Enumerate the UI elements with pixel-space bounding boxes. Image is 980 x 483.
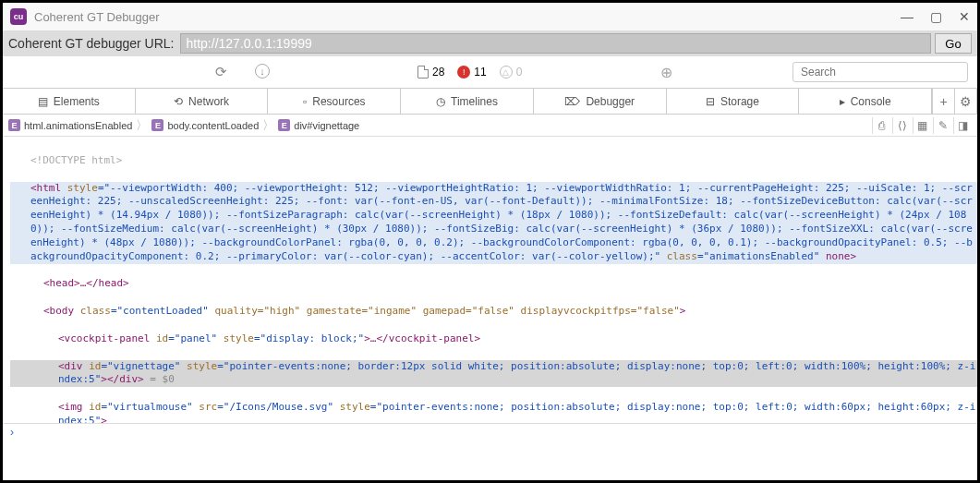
- element-badge-icon: E: [151, 119, 163, 131]
- console-prompt[interactable]: ›: [3, 423, 977, 441]
- element-badge-icon: E: [278, 119, 290, 131]
- error-icon: !: [457, 66, 470, 78]
- timelines-icon: ◷: [436, 95, 445, 108]
- grid-icon[interactable]: ▦: [913, 117, 931, 134]
- panel-tabs: ▤Elements ⟲Network ▫Resources ◷Timelines…: [3, 89, 977, 115]
- tab-console[interactable]: ▸Console: [799, 89, 932, 114]
- tab-resources[interactable]: ▫Resources: [268, 89, 401, 114]
- settings-icon[interactable]: ⚙: [955, 89, 977, 114]
- warn-count[interactable]: △0: [500, 66, 523, 78]
- dom-node-selected[interactable]: <div id="vignettage" style="pointer-even…: [10, 360, 977, 388]
- network-icon: ⟲: [174, 95, 183, 108]
- dom-tree[interactable]: <!DOCTYPE html> <html style="--viewportW…: [3, 137, 977, 423]
- url-input[interactable]: [180, 33, 931, 54]
- dom-node[interactable]: <head>…</head>: [10, 277, 977, 291]
- breadcrumb: Ehtml.animationsEnabled 〉 Ebody.contentL…: [3, 115, 977, 137]
- minimize-icon[interactable]: —: [901, 9, 913, 24]
- breadcrumb-item[interactable]: Ebody.contentLoaded: [151, 119, 259, 131]
- elements-icon: ▤: [38, 95, 48, 108]
- url-label: Coherent GT debugger URL:: [8, 36, 175, 51]
- dom-node[interactable]: <vcockpit-panel id="panel" style="displa…: [10, 332, 977, 346]
- go-button[interactable]: Go: [935, 33, 972, 54]
- dom-node[interactable]: <img id="virtualmouse" src="/Icons/Mouse…: [10, 401, 977, 423]
- element-badge-icon: E: [8, 119, 20, 131]
- window-title: Coherent GT Debugger: [34, 10, 901, 24]
- storage-icon: ⊟: [706, 95, 715, 108]
- console-icon: ▸: [840, 95, 845, 108]
- maximize-icon[interactable]: ▢: [930, 9, 942, 24]
- crosshair-icon[interactable]: ⊕: [660, 64, 672, 81]
- tab-network[interactable]: ⟲Network: [136, 89, 269, 114]
- chevron-right-icon: 〉: [136, 117, 148, 134]
- dom-node[interactable]: <!DOCTYPE html>: [10, 154, 977, 168]
- add-tab-button[interactable]: +: [933, 89, 955, 114]
- app-logo: cu: [10, 8, 27, 25]
- code-icon[interactable]: ⟨⟩: [892, 117, 911, 134]
- breadcrumb-item[interactable]: Ehtml.animationsEnabled: [8, 119, 132, 131]
- search-input[interactable]: [792, 62, 968, 82]
- print-icon[interactable]: ⎙: [872, 117, 890, 134]
- tab-elements[interactable]: ▤Elements: [3, 89, 136, 114]
- debugger-icon: ⌦: [564, 95, 580, 108]
- chevron-right-icon: 〉: [262, 117, 274, 134]
- error-count[interactable]: !11: [457, 66, 486, 78]
- tab-timelines[interactable]: ◷Timelines: [401, 89, 534, 114]
- url-bar: Coherent GT debugger URL: Go: [3, 30, 977, 56]
- titlebar: cu Coherent GT Debugger — ▢ ✕: [3, 3, 977, 30]
- close-icon[interactable]: ✕: [959, 9, 970, 24]
- reload-icon[interactable]: ⟳: [215, 64, 227, 80]
- edit-icon[interactable]: ✎: [933, 117, 951, 134]
- document-icon: [417, 66, 429, 78]
- tab-debugger[interactable]: ⌦Debugger: [534, 89, 667, 114]
- warning-icon: △: [500, 66, 513, 78]
- panel-icon[interactable]: ◨: [953, 117, 972, 134]
- tab-storage[interactable]: ⊟Storage: [667, 89, 800, 114]
- doc-count[interactable]: 28: [417, 66, 444, 78]
- resources-icon: ▫: [303, 95, 307, 108]
- download-icon[interactable]: ↓: [255, 64, 270, 78]
- dom-node[interactable]: <html style="--viewportWidth: 400; --vie…: [10, 182, 977, 264]
- breadcrumb-item[interactable]: Ediv#vignettage: [278, 119, 359, 131]
- dom-node[interactable]: <body class="contentLoaded" quality="hig…: [10, 305, 977, 319]
- toolbar: ⟳ ↓ 28 !11 △0 ⊕: [3, 56, 977, 89]
